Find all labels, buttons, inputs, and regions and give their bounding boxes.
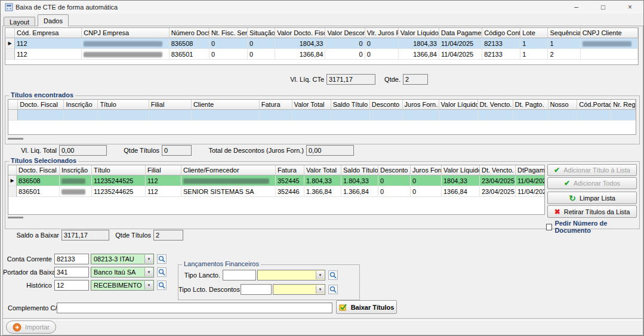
column-header[interactable]: Juros Forn.: [403, 100, 439, 110]
grid-cell[interactable]: [260, 110, 292, 121]
grid-cell[interactable]: [370, 110, 403, 121]
column-header[interactable]: Título: [92, 165, 146, 175]
grid-cell[interactable]: 23/04/2025: [480, 186, 516, 197]
grid-cell[interactable]: 11/04/2025: [516, 186, 545, 197]
column-header[interactable]: Data Pagamento: [439, 28, 482, 38]
column-header[interactable]: Cliente: [192, 100, 260, 110]
adicionar-todos-button[interactable]: ✔ Adicionar Todos: [547, 177, 637, 189]
grid-cell[interactable]: 352445: [276, 175, 304, 186]
grid-cell[interactable]: [18, 110, 64, 121]
column-header[interactable]: Juros Forn.: [411, 165, 442, 175]
column-header[interactable]: Nosso: [549, 100, 578, 110]
grid-row[interactable]: ▶112836508001804,33001804,3311/04/202582…: [5, 38, 638, 49]
tipo-lancto-code-field[interactable]: [223, 270, 256, 280]
grid-cell[interactable]: SENIOR SISTEMAS SA: [181, 186, 276, 197]
qtde-titulos-selecionados-field[interactable]: 2: [153, 230, 183, 241]
grid-cell[interactable]: 112: [15, 38, 82, 49]
column-header[interactable]: Fatura: [260, 100, 292, 110]
titlebar[interactable]: Baixa de CTE de forma automática – □ ×: [1, 1, 643, 14]
grid-cell[interactable]: 836501: [17, 186, 60, 197]
grid-cell[interactable]: 1.804,33: [341, 175, 378, 186]
grid-cell[interactable]: 11235244625: [92, 186, 146, 197]
horizontal-scrollbar-thumb[interactable]: [8, 217, 23, 218]
column-header[interactable]: Código Conta: [482, 28, 520, 38]
grid-row[interactable]: ▶836508112352445251123524451.804,331.804…: [8, 175, 545, 186]
column-header[interactable]: Filial: [149, 100, 192, 110]
grid-cell[interactable]: [181, 175, 276, 186]
grid-cell[interactable]: [577, 110, 611, 121]
grid-cell[interactable]: 0: [209, 38, 248, 49]
column-header[interactable]: Dt. Vencto.: [480, 165, 516, 175]
grid-cell[interactable]: 1804,33: [399, 38, 439, 49]
tipo-lcto-descontos-lookup-button[interactable]: [328, 285, 338, 294]
tipo-lancto-lookup-button[interactable]: [328, 270, 338, 280]
column-header[interactable]: Dt. Pagto.: [513, 100, 549, 110]
grid-cell[interactable]: 0: [248, 49, 275, 60]
column-header[interactable]: Docto. Fiscal: [18, 100, 64, 110]
grid-cell[interactable]: [331, 110, 370, 121]
grid-cell[interactable]: 836501: [170, 49, 209, 60]
tipo-lancto-combo[interactable]: ▼: [257, 270, 325, 280]
importar-button[interactable]: Importar: [6, 320, 56, 334]
grid-cell[interactable]: 836508: [170, 38, 209, 49]
grid-cell[interactable]: [513, 110, 549, 121]
adicionar-titulo-button[interactable]: ✔ Adicionar Título à Lista: [547, 164, 637, 176]
grid-cell[interactable]: 1366,84: [442, 186, 480, 197]
column-header[interactable]: Valor Líquido: [442, 165, 480, 175]
grid-cell[interactable]: 0: [411, 175, 442, 186]
complemento-field[interactable]: [57, 303, 332, 313]
grid-cell[interactable]: 11/04/2025: [516, 175, 545, 186]
grid-cell[interactable]: 82133: [482, 49, 520, 60]
column-header[interactable]: Inscrição: [60, 165, 92, 175]
conta-corrente-combo[interactable]: 08213-3 ITAU ▼: [91, 254, 154, 264]
column-header[interactable]: Valor Total: [292, 100, 331, 110]
column-header[interactable]: Vlr. Juros Forn.: [365, 28, 399, 38]
grid-cell[interactable]: 2: [548, 49, 580, 60]
grid-cell[interactable]: 0: [209, 49, 248, 60]
column-header[interactable]: Lote: [520, 28, 548, 38]
grid-cell[interactable]: 0: [248, 38, 275, 49]
column-header[interactable]: Título: [98, 100, 149, 110]
column-header[interactable]: Saldo Título: [341, 165, 378, 175]
tipo-lcto-descontos-combo[interactable]: ▼: [273, 284, 325, 295]
grid-cell[interactable]: 112: [146, 175, 181, 186]
limpar-lista-button[interactable]: ↻ Limpar Lista: [547, 192, 637, 204]
retirar-titulos-button[interactable]: ✖ Retirar Títulos da Lista: [547, 205, 637, 218]
grid-cell[interactable]: [403, 110, 439, 121]
baixar-titulos-button[interactable]: Baixar Títulos: [336, 300, 397, 314]
grid-cell[interactable]: [149, 110, 192, 121]
historico-lookup-button[interactable]: [157, 280, 167, 290]
grid-cell[interactable]: 836508: [17, 175, 60, 186]
column-header[interactable]: Valor Líquido: [399, 28, 439, 38]
grid-cell[interactable]: 112: [15, 49, 82, 60]
grid-cell[interactable]: 0: [365, 38, 399, 49]
horizontal-scrollbar-thumb[interactable]: [8, 138, 23, 140]
grid-cell[interactable]: [581, 38, 638, 49]
grid-cell[interactable]: 1804,33: [275, 38, 325, 49]
column-header[interactable]: Dt. Vencto.: [478, 100, 513, 110]
column-header[interactable]: Cód.Portad: [577, 100, 611, 110]
grid-cell[interactable]: 112: [146, 186, 181, 197]
column-header[interactable]: Cliente/Fornecedor: [181, 165, 276, 175]
vl-liq-total-field[interactable]: 0,00: [59, 145, 107, 156]
grid-cell[interactable]: 1: [520, 38, 548, 49]
column-header[interactable]: Desconto: [378, 165, 411, 175]
grid-cell[interactable]: 1: [548, 38, 580, 49]
portador-baixa-code-field[interactable]: 341: [54, 267, 89, 278]
grid-cell[interactable]: 23/04/2025: [480, 175, 516, 186]
grid-cell[interactable]: 11/04/2025: [439, 49, 482, 60]
grid-cell[interactable]: 1: [520, 49, 548, 60]
maximize-button[interactable]: □: [590, 1, 617, 14]
column-header[interactable]: Fatura: [276, 165, 304, 175]
grid-cell[interactable]: [611, 110, 636, 121]
grid-row[interactable]: 112836501001366,84001366,8411/04/2025821…: [5, 49, 638, 60]
column-header[interactable]: Saldo Título: [331, 100, 370, 110]
grid-cell[interactable]: 0: [378, 175, 411, 186]
minimize-button[interactable]: –: [563, 1, 590, 14]
grid-cell[interactable]: [549, 110, 578, 121]
grid-cell[interactable]: 0: [365, 49, 399, 60]
grid-cell[interactable]: 11/04/2025: [439, 38, 482, 49]
grid-cell[interactable]: 1366,84: [399, 49, 439, 60]
column-header[interactable]: Valor Docto. Fiscal: [275, 28, 325, 38]
grid-cell[interactable]: 1.366,84: [304, 186, 341, 197]
